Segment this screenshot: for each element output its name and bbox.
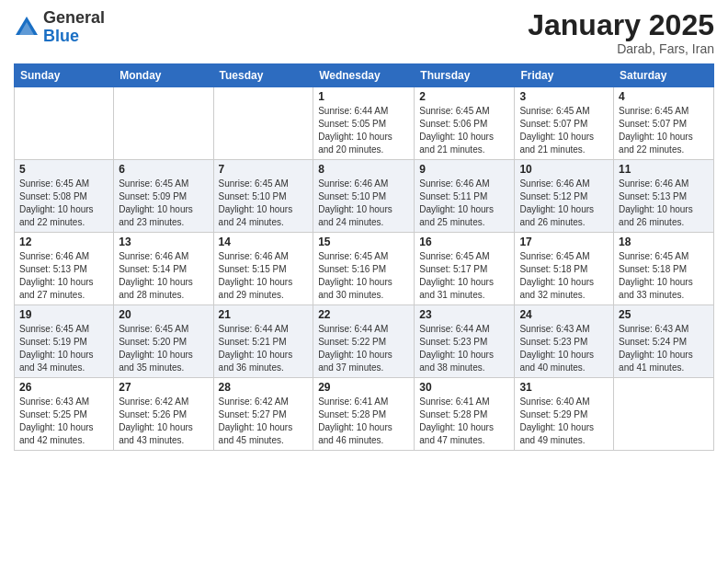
weekday-header: Wednesday: [313, 64, 415, 87]
day-number: 10: [519, 163, 609, 176]
day-info: Sunrise: 6:42 AM Sunset: 5:26 PM Dayligh…: [119, 396, 208, 447]
calendar-cell: 13Sunrise: 6:46 AM Sunset: 5:14 PM Dayli…: [114, 233, 213, 305]
calendar-cell: 3Sunrise: 6:45 AM Sunset: 5:07 PM Daylig…: [515, 87, 614, 160]
calendar-cell: 12Sunrise: 6:46 AM Sunset: 5:13 PM Dayli…: [15, 233, 114, 305]
calendar-cell: [213, 87, 313, 160]
day-info: Sunrise: 6:45 AM Sunset: 5:17 PM Dayligh…: [419, 250, 509, 302]
logo-text: General Blue: [43, 9, 105, 46]
day-info: Sunrise: 6:45 AM Sunset: 5:20 PM Dayligh…: [119, 323, 208, 374]
calendar-cell: 17Sunrise: 6:45 AM Sunset: 5:18 PM Dayli…: [515, 233, 614, 305]
calendar-week-row: 26Sunrise: 6:43 AM Sunset: 5:25 PM Dayli…: [15, 378, 714, 451]
logo-general: General: [43, 9, 105, 28]
day-info: Sunrise: 6:45 AM Sunset: 5:09 PM Dayligh…: [119, 178, 208, 229]
day-number: 4: [619, 90, 709, 103]
calendar-cell: 22Sunrise: 6:44 AM Sunset: 5:22 PM Dayli…: [313, 305, 415, 378]
day-info: Sunrise: 6:46 AM Sunset: 5:14 PM Dayligh…: [119, 250, 208, 302]
day-info: Sunrise: 6:45 AM Sunset: 5:18 PM Dayligh…: [519, 250, 609, 302]
title-area: January 2025 Darab, Fars, Iran: [528, 9, 714, 56]
day-info: Sunrise: 6:45 AM Sunset: 5:18 PM Dayligh…: [619, 250, 709, 302]
weekday-header: Monday: [114, 64, 213, 87]
calendar-cell: 29Sunrise: 6:41 AM Sunset: 5:28 PM Dayli…: [313, 378, 415, 451]
logo-icon: [14, 15, 40, 40]
calendar-cell: 19Sunrise: 6:45 AM Sunset: 5:19 PM Dayli…: [15, 305, 114, 378]
calendar-cell: 26Sunrise: 6:43 AM Sunset: 5:25 PM Dayli…: [15, 378, 114, 451]
day-info: Sunrise: 6:45 AM Sunset: 5:07 PM Dayligh…: [619, 105, 709, 156]
calendar-cell: 20Sunrise: 6:45 AM Sunset: 5:20 PM Dayli…: [114, 305, 213, 378]
calendar-week-row: 5Sunrise: 6:45 AM Sunset: 5:08 PM Daylig…: [15, 160, 714, 233]
weekday-header: Friday: [515, 64, 614, 87]
day-info: Sunrise: 6:45 AM Sunset: 5:16 PM Dayligh…: [318, 250, 409, 302]
day-number: 19: [19, 308, 108, 321]
day-info: Sunrise: 6:44 AM Sunset: 5:21 PM Dayligh…: [219, 323, 309, 374]
day-number: 5: [19, 163, 108, 176]
calendar-cell: 8Sunrise: 6:46 AM Sunset: 5:10 PM Daylig…: [313, 160, 415, 233]
day-number: 26: [19, 381, 108, 394]
calendar-cell: 11Sunrise: 6:46 AM Sunset: 5:13 PM Dayli…: [614, 160, 714, 233]
month-title: January 2025: [528, 9, 714, 41]
calendar-week-row: 1Sunrise: 6:44 AM Sunset: 5:05 PM Daylig…: [15, 87, 714, 160]
calendar-cell: 1Sunrise: 6:44 AM Sunset: 5:05 PM Daylig…: [313, 87, 415, 160]
calendar-cell: 23Sunrise: 6:44 AM Sunset: 5:23 PM Dayli…: [415, 305, 515, 378]
day-number: 1: [318, 90, 409, 103]
day-number: 25: [619, 308, 709, 321]
day-number: 8: [318, 163, 409, 176]
calendar-cell: 6Sunrise: 6:45 AM Sunset: 5:09 PM Daylig…: [114, 160, 213, 233]
calendar-cell: 27Sunrise: 6:42 AM Sunset: 5:26 PM Dayli…: [114, 378, 213, 451]
day-number: 18: [619, 236, 709, 248]
calendar-cell: [15, 87, 114, 160]
day-info: Sunrise: 6:46 AM Sunset: 5:10 PM Dayligh…: [318, 178, 409, 229]
day-info: Sunrise: 6:45 AM Sunset: 5:19 PM Dayligh…: [19, 323, 108, 374]
day-info: Sunrise: 6:46 AM Sunset: 5:12 PM Dayligh…: [519, 178, 609, 229]
day-info: Sunrise: 6:45 AM Sunset: 5:08 PM Dayligh…: [19, 178, 108, 229]
day-number: 17: [519, 236, 609, 248]
day-info: Sunrise: 6:43 AM Sunset: 5:23 PM Dayligh…: [519, 323, 609, 374]
day-number: 9: [419, 163, 509, 176]
day-info: Sunrise: 6:46 AM Sunset: 5:15 PM Dayligh…: [219, 250, 309, 302]
day-number: 11: [619, 163, 709, 176]
day-info: Sunrise: 6:45 AM Sunset: 5:07 PM Dayligh…: [519, 105, 609, 156]
day-info: Sunrise: 6:41 AM Sunset: 5:28 PM Dayligh…: [318, 396, 409, 447]
day-number: 31: [519, 381, 609, 394]
day-number: 7: [219, 163, 309, 176]
day-number: 24: [519, 308, 609, 321]
calendar-cell: 10Sunrise: 6:46 AM Sunset: 5:12 PM Dayli…: [515, 160, 614, 233]
day-number: 13: [119, 236, 208, 248]
day-info: Sunrise: 6:43 AM Sunset: 5:24 PM Dayligh…: [619, 323, 709, 374]
day-number: 15: [318, 236, 409, 248]
calendar-week-row: 12Sunrise: 6:46 AM Sunset: 5:13 PM Dayli…: [15, 233, 714, 305]
calendar-cell: [114, 87, 213, 160]
weekday-header: Thursday: [415, 64, 515, 87]
calendar-cell: 18Sunrise: 6:45 AM Sunset: 5:18 PM Dayli…: [614, 233, 714, 305]
calendar-cell: 15Sunrise: 6:45 AM Sunset: 5:16 PM Dayli…: [313, 233, 415, 305]
calendar-header-row: SundayMondayTuesdayWednesdayThursdayFrid…: [15, 64, 714, 87]
day-info: Sunrise: 6:46 AM Sunset: 5:11 PM Dayligh…: [419, 178, 509, 229]
weekday-header: Tuesday: [213, 64, 313, 87]
day-info: Sunrise: 6:44 AM Sunset: 5:05 PM Dayligh…: [318, 105, 409, 156]
calendar-cell: 4Sunrise: 6:45 AM Sunset: 5:07 PM Daylig…: [614, 87, 714, 160]
calendar-cell: 24Sunrise: 6:43 AM Sunset: 5:23 PM Dayli…: [515, 305, 614, 378]
calendar-cell: 2Sunrise: 6:45 AM Sunset: 5:06 PM Daylig…: [415, 87, 515, 160]
calendar-body: 1Sunrise: 6:44 AM Sunset: 5:05 PM Daylig…: [15, 87, 714, 451]
day-number: 27: [119, 381, 208, 394]
day-info: Sunrise: 6:43 AM Sunset: 5:25 PM Dayligh…: [19, 396, 108, 447]
calendar-week-row: 19Sunrise: 6:45 AM Sunset: 5:19 PM Dayli…: [15, 305, 714, 378]
calendar-cell: 21Sunrise: 6:44 AM Sunset: 5:21 PM Dayli…: [213, 305, 313, 378]
calendar-cell: 9Sunrise: 6:46 AM Sunset: 5:11 PM Daylig…: [415, 160, 515, 233]
calendar-cell: 30Sunrise: 6:41 AM Sunset: 5:28 PM Dayli…: [415, 378, 515, 451]
day-info: Sunrise: 6:46 AM Sunset: 5:13 PM Dayligh…: [19, 250, 108, 302]
calendar-cell: 28Sunrise: 6:42 AM Sunset: 5:27 PM Dayli…: [213, 378, 313, 451]
calendar-cell: 31Sunrise: 6:40 AM Sunset: 5:29 PM Dayli…: [515, 378, 614, 451]
day-number: 20: [119, 308, 208, 321]
calendar-cell: 14Sunrise: 6:46 AM Sunset: 5:15 PM Dayli…: [213, 233, 313, 305]
day-number: 6: [119, 163, 208, 176]
logo: General Blue: [14, 9, 105, 46]
day-info: Sunrise: 6:44 AM Sunset: 5:23 PM Dayligh…: [419, 323, 509, 374]
day-info: Sunrise: 6:42 AM Sunset: 5:27 PM Dayligh…: [219, 396, 309, 447]
calendar-page: General Blue January 2025 Darab, Fars, I…: [0, 0, 728, 460]
page-header: General Blue January 2025 Darab, Fars, I…: [14, 9, 714, 56]
calendar-cell: [614, 378, 714, 451]
calendar-table: SundayMondayTuesdayWednesdayThursdayFrid…: [14, 63, 714, 451]
day-number: 30: [419, 381, 509, 394]
day-number: 3: [519, 90, 609, 103]
day-number: 28: [219, 381, 309, 394]
